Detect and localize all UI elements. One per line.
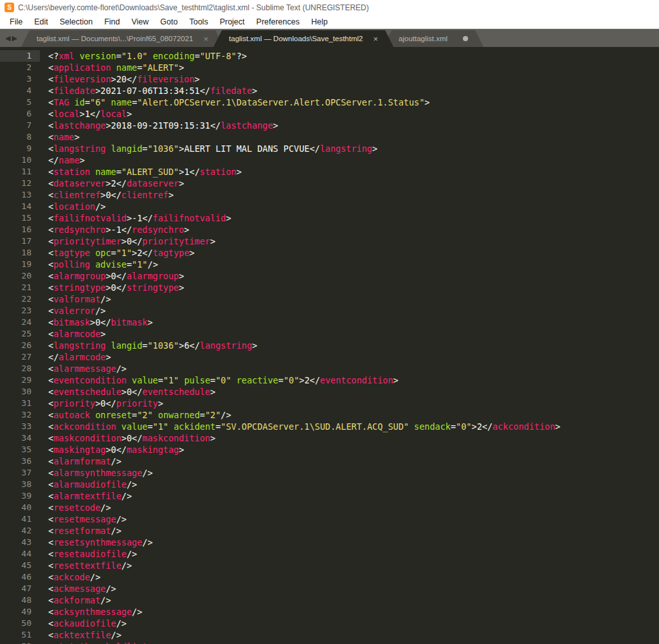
code-line[interactable]: 21<stringtype>0</stringtype> [0,282,659,293]
code-line[interactable]: 51<acktextfile/> [0,629,659,641]
code-line[interactable]: 20<alarmgroup>0</alarmgroup> [0,270,659,282]
code-text: <acksynthmessage/> [40,606,142,618]
line-number: 38 [0,479,40,490]
code-line[interactable]: 3<fileversion>20</fileversion> [0,73,659,85]
code-line[interactable]: 18<tagtype opc="1">2</tagtype> [0,247,659,259]
line-number: 4 [0,85,40,97]
code-line[interactable]: 24<bitmask>0</bitmask> [0,317,659,328]
code-text: <stringtype>0</stringtype> [40,282,184,293]
menu-find[interactable]: Find [98,15,125,28]
code-line[interactable]: 39<alarmtextfile/> [0,490,659,502]
menu-edit[interactable]: Edit [28,15,54,28]
code-line[interactable]: 23<valerror/> [0,305,659,317]
code-line[interactable]: 12<dataserver>2</dataserver> [0,178,659,189]
code-line[interactable]: 8<name> [0,131,659,143]
code-line[interactable]: 22<valformat/> [0,293,659,305]
tab-label: taglist.xml — Documents\...\Proinf65_080… [37,35,194,42]
code-line[interactable]: 50<ackaudiofile/> [0,618,659,629]
code-text: <resetformat/> [40,525,122,537]
tab-nav-forward-icon[interactable]: ▶ [12,35,17,42]
code-line[interactable]: 15<failifnotvalid>-1</failifnotvalid> [0,212,659,224]
code-line[interactable]: 2<application name="ALERT"> [0,62,659,73]
code-text: <alarmsynthmessage/> [40,467,153,479]
code-line[interactable]: 25<alarmcode> [0,328,659,340]
code-line[interactable]: 47<ackmessage/> [0,583,659,594]
code-line[interactable]: 26<langstring langid="1036">6</langstrin… [0,340,659,351]
code-text: <langstring langid="1036">6</langstring> [40,340,257,351]
code-line[interactable]: 4<filedate>2021-07-06T13:34:51</filedate… [0,85,659,97]
line-number: 37 [0,467,40,479]
code-line[interactable]: 34<maskcondition>0</maskcondition> [0,432,659,444]
code-line[interactable]: 33<ackcondition value="1" ackident="SV.O… [0,421,659,432]
code-line[interactable]: 31<priority>0</priority> [0,398,659,409]
line-number: 19 [0,259,40,270]
code-line[interactable]: 45<resettextfile/> [0,560,659,571]
code-line[interactable]: 14<location/> [0,201,659,212]
modified-dot-icon [463,36,468,41]
code-line[interactable]: 28<alarmmessage/> [0,363,659,374]
tab-strip: taglist.xml — Documents\...\Proinf65_080… [21,29,473,47]
tab-1[interactable]: taglist.xml — Downloads\Save_testhtml2× [213,30,393,47]
code-line[interactable]: 1<?xml version="1.0" encoding="UTF-8"?> [0,50,659,62]
code-text: <resetcode/> [40,502,111,513]
code-line[interactable]: 36<alarmformat/> [0,455,659,467]
code-line[interactable]: 37<alarmsynthmessage/> [0,467,659,479]
line-number: 43 [0,537,40,548]
code-line[interactable]: 5<TAG id="6" name="Alert.OPCServer.1\Dat… [0,97,659,108]
code-line[interactable]: 13<clientref>0</clientref> [0,189,659,201]
editor[interactable]: 1<?xml version="1.0" encoding="UTF-8"?>2… [0,47,659,644]
code-line[interactable]: 17<prioritytimer>0</prioritytimer> [0,235,659,247]
line-number: 46 [0,571,40,583]
code-line[interactable]: 10</name> [0,154,659,166]
code-line[interactable]: 16<redsynchro>-1</redsynchro> [0,224,659,235]
code-text: <maskingtag>0</maskingtag> [40,444,184,455]
tab-0[interactable]: taglist.xml — Documents\...\Proinf65_080… [21,30,224,47]
code-line[interactable]: 46<ackcode/> [0,571,659,583]
code-line[interactable]: 7<lastchange>2018-09-21T09:15:31</lastch… [0,120,659,131]
line-number: 36 [0,455,40,467]
code-line[interactable]: 32<autoack onreset="2" onwarned="2"/> [0,409,659,421]
menu-help[interactable]: Help [305,15,334,28]
code-text: <ackformat/> [40,594,111,606]
code-line[interactable]: 29<eventcondition value="1" pulse="0" re… [0,374,659,386]
menu-view[interactable]: View [125,15,154,28]
tab-2[interactable]: ajouttaglist.xml [383,30,483,47]
code-text: <polling advise="1"/> [40,259,158,270]
code-text: </name> [40,154,85,166]
code-text: <redsynchro>-1</redsynchro> [40,224,189,235]
code-line[interactable]: 30<eventschedule>0</eventschedule> [0,386,659,398]
menu-tools[interactable]: Tools [183,15,213,28]
code-line[interactable]: 19<polling advise="1"/> [0,259,659,270]
code-line[interactable]: 6<local>1</local> [0,108,659,120]
menu-file[interactable]: File [4,15,28,28]
code-line[interactable]: 49<acksynthmessage/> [0,606,659,618]
code-line[interactable]: 35<maskingtag>0</maskingtag> [0,444,659,455]
code-line[interactable]: 48<ackformat/> [0,594,659,606]
code-line[interactable]: 44<resetaudiofile/> [0,548,659,560]
code-line[interactable]: 38<alarmaudiofile/> [0,479,659,490]
tab-close-icon[interactable]: × [373,35,378,43]
line-number: 15 [0,212,40,224]
code-line[interactable]: 40<resetcode/> [0,502,659,513]
menu-project[interactable]: Project [214,15,251,28]
tab-nav-back-icon[interactable]: ◀ [5,35,10,42]
menu-preferences[interactable]: Preferences [251,15,305,28]
line-number: 32 [0,409,40,421]
code-line[interactable]: 11<station name="ALERT_SUD">1</station> [0,166,659,178]
line-number: 27 [0,351,40,363]
menu-selection[interactable]: Selection [54,15,98,28]
code-text: <ackcode/> [40,571,100,583]
tab-close-icon[interactable]: × [203,35,208,43]
code-line[interactable]: 52<statethresholdlist> [0,641,659,644]
code-line[interactable]: 43<resetsynthmessage/> [0,537,659,548]
code-text: <valerror/> [40,305,105,317]
code-line[interactable]: 41<resetmessage/> [0,513,659,525]
code-line[interactable]: 42<resetformat/> [0,525,659,537]
code-text: <failifnotvalid>-1</failifnotvalid> [40,212,231,224]
tab-nav: ◀ ▶ [0,29,21,47]
menu-goto[interactable]: Goto [154,15,183,28]
line-number: 1 [0,50,40,62]
code-text: <local>1</local> [40,108,132,120]
code-line[interactable]: 9<langstring langid="1036">ALERT LIT MAL… [0,143,659,154]
code-line[interactable]: 27</alarmcode> [0,351,659,363]
